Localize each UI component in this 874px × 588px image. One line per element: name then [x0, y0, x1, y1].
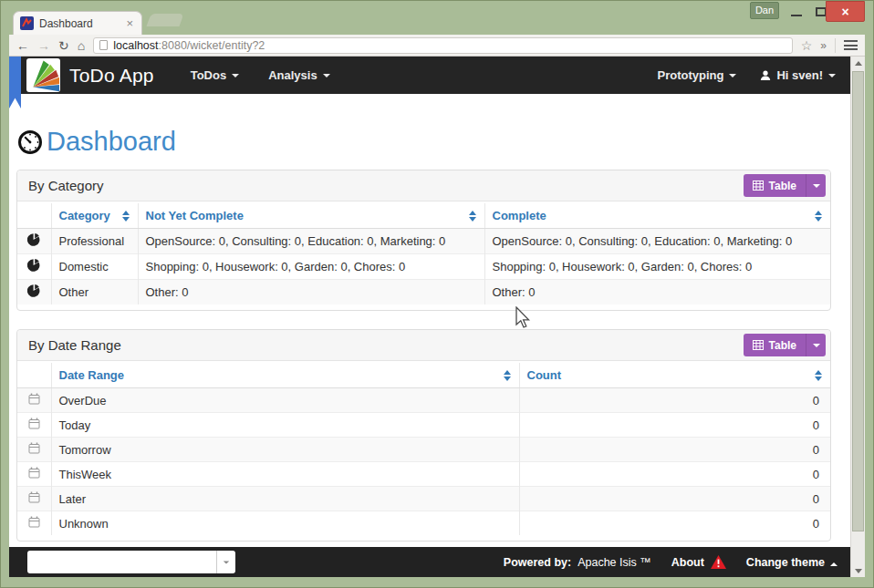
table-row[interactable]: Tomorrow 0 [17, 438, 830, 462]
sort-icon [469, 211, 477, 222]
table-icon [753, 181, 764, 191]
calendar-icon [28, 393, 40, 405]
category-panel: By Category Table [16, 170, 831, 311]
home-icon[interactable]: ⌂ [78, 39, 85, 52]
calendar-icon [28, 418, 40, 429]
chevron-down-icon [323, 74, 330, 77]
calendar-icon [28, 491, 40, 503]
pie-chart-icon [27, 233, 40, 246]
url-host: localhost [113, 39, 158, 52]
table-view-button[interactable]: Table [744, 174, 806, 197]
column-header-date-range[interactable]: Date Range [51, 363, 519, 388]
calendar-icon [28, 516, 40, 528]
viewport: ToDo App ToDos Analysis Prototyping Hi s… [9, 57, 865, 577]
table-row[interactable]: Today 0 [17, 413, 830, 438]
sort-icon [815, 211, 823, 222]
app-footer: Powered by: Apache Isis ™ About Change t… [9, 547, 850, 577]
table-row[interactable]: Later 0 [17, 487, 830, 511]
menu-prototyping[interactable]: Prototyping [657, 68, 736, 82]
sort-icon [122, 211, 130, 222]
column-header-blank [17, 363, 51, 388]
page-icon [99, 40, 108, 50]
minimize-button[interactable] [786, 4, 806, 20]
change-theme-link[interactable]: Change theme [746, 556, 838, 569]
table-row[interactable]: Professional OpenSource: 0, Consulting: … [17, 229, 830, 254]
chevron-down-icon [232, 74, 239, 77]
close-button[interactable]: × [826, 1, 865, 22]
column-header-blank [17, 203, 51, 229]
chevron-down-icon [828, 74, 836, 77]
table-row[interactable]: OverDue 0 [17, 388, 830, 413]
favicon [20, 16, 34, 30]
browser-titlebar: Dashboard × Dan × [0, 0, 874, 35]
mouse-cursor [515, 306, 534, 332]
column-header-count[interactable]: Count [519, 363, 830, 388]
date-range-panel: By Date Range Table [16, 329, 831, 542]
column-header-not-yet-complete[interactable]: Not Yet Complete [138, 203, 484, 229]
chevron-down-icon [729, 74, 736, 77]
table-row[interactable]: ThisWeek 0 [17, 462, 830, 487]
table-row[interactable]: Unknown 0 [17, 511, 830, 536]
table-row[interactable]: Other Other: 0 Other: 0 [17, 280, 830, 305]
overflow-icon[interactable]: » [820, 39, 827, 52]
page-title: Dashboard [47, 127, 176, 157]
scroll-up-button[interactable] [851, 57, 865, 69]
date-range-table: Date Range Count OverDue 0 [17, 363, 830, 535]
user-icon [760, 70, 771, 81]
scrollbar[interactable] [850, 57, 865, 577]
main-content: Dashboard By Category [9, 94, 850, 547]
pie-chart-icon [27, 259, 40, 272]
table-view-button[interactable]: Table [744, 334, 806, 356]
scrollbar-thumb[interactable] [852, 71, 864, 531]
toolbar-divider [835, 38, 836, 53]
calendar-icon [28, 467, 40, 479]
browser-toolbar: ← → ↻ ⌂ localhost:8080/wicket/entity?2 ☆… [9, 35, 865, 57]
calendar-icon [28, 442, 40, 454]
table-view-dropdown-button[interactable] [806, 174, 826, 197]
chevron-down-icon [813, 344, 820, 347]
brand-title: ToDo App [69, 65, 154, 87]
chevron-down-icon [224, 561, 229, 563]
about-link[interactable]: About [671, 556, 704, 569]
app-page: ToDo App ToDos Analysis Prototyping Hi s… [9, 57, 850, 577]
url-bar[interactable]: localhost:8080/wicket/entity?2 [93, 37, 793, 54]
dashboard-gauge-icon [16, 129, 44, 156]
browser-user-chip[interactable]: Dan [750, 2, 779, 19]
category-table: Category Not Yet Complete Complete Profe… [17, 203, 830, 304]
menu-todos[interactable]: ToDos [191, 68, 239, 82]
footer-select[interactable] [27, 551, 235, 573]
forward-icon[interactable]: → [37, 39, 50, 52]
menu-user[interactable]: Hi sven! [760, 68, 836, 82]
tab-title: Dashboard [39, 17, 124, 30]
menu-analysis[interactable]: Analysis [268, 68, 329, 82]
apache-isis-link[interactable]: Apache Isis ™ [577, 556, 651, 569]
table-view-dropdown-button[interactable] [806, 334, 826, 356]
app-logo [26, 58, 60, 92]
reload-icon[interactable]: ↻ [58, 39, 69, 52]
app-navbar: ToDo App ToDos Analysis Prototyping Hi s… [9, 57, 850, 94]
column-header-complete[interactable]: Complete [484, 203, 830, 229]
chevron-down-icon [813, 184, 820, 188]
column-header-category[interactable]: Category [51, 203, 138, 229]
pie-chart-icon [27, 284, 40, 297]
table-row[interactable]: Domestic Shopping: 0, Housework: 0, Gard… [17, 254, 830, 280]
warning-icon [711, 555, 726, 569]
date-range-panel-heading: By Date Range Table [17, 330, 830, 361]
new-tab-button[interactable] [146, 14, 183, 26]
sort-icon [815, 370, 823, 381]
desktop: Dashboard × Dan × ← → ↻ ⌂ localhost:8080… [0, 0, 874, 588]
menu-icon[interactable] [844, 40, 858, 50]
tab-close-icon[interactable]: × [124, 16, 135, 30]
category-panel-heading: By Category Table [17, 170, 830, 201]
chevron-up-icon [830, 562, 838, 566]
bookmark-star-icon[interactable]: ☆ [801, 38, 813, 53]
url-path: :8080/wicket/entity?2 [159, 39, 265, 52]
powered-by-label: Powered by: [504, 556, 571, 569]
table-icon [753, 340, 764, 350]
scroll-down-button[interactable] [851, 564, 865, 577]
back-icon[interactable]: ← [16, 39, 29, 52]
sort-icon [504, 370, 512, 381]
browser-tab[interactable]: Dashboard × [13, 11, 142, 35]
isis-fan-icon [28, 60, 59, 91]
